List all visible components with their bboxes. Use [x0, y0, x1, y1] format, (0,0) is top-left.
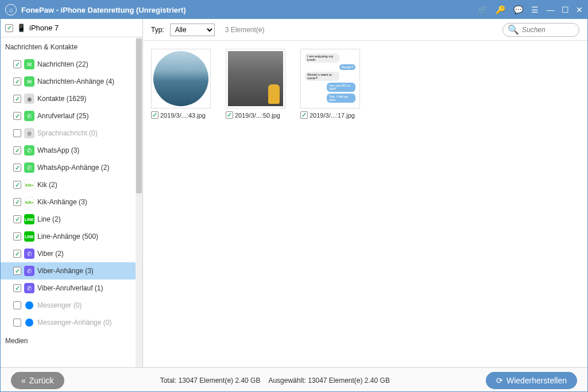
- green-icon: ✆: [24, 145, 34, 156]
- sidebar-item[interactable]: ✆Viber-Anrufverlauf (1): [1, 280, 142, 297]
- home-icon[interactable]: ⌂: [5, 4, 17, 15]
- item-label: Anrufverlauf (25): [37, 112, 88, 120]
- item-label: Viber-Anhänge (3): [37, 267, 94, 275]
- refresh-icon: ⟳: [496, 376, 503, 385]
- msg-icon: [24, 300, 34, 311]
- item-checkbox[interactable]: [13, 129, 21, 137]
- sidebar-item[interactable]: ✆WhatsApp (3): [1, 142, 142, 159]
- key-icon[interactable]: 🔑: [496, 5, 505, 14]
- item-checkbox[interactable]: [13, 319, 21, 327]
- item-checkbox[interactable]: [13, 181, 21, 189]
- item-checkbox[interactable]: [13, 60, 21, 68]
- sidebar-item[interactable]: ⊚Sprachnachricht (0): [1, 125, 142, 142]
- item-label: Kontakte (1629): [37, 95, 86, 103]
- cart-icon[interactable]: 🛒: [478, 5, 488, 14]
- item-label: Kik (2): [37, 181, 57, 189]
- app-title: FonePaw - iPhone Datenrettung (Unregistr…: [21, 6, 478, 14]
- device-checkbox[interactable]: [5, 24, 13, 32]
- total-stat: Total: 13047 Element(e) 2.40 GB: [160, 377, 261, 385]
- item-checkbox[interactable]: [13, 284, 21, 292]
- item-label: Line-Anhänge (500): [37, 232, 98, 240]
- item-label: Messenger (0): [37, 301, 82, 309]
- sidebar: 📱 iPhone 7 Nachrichten & Kontakte ✉Nachr…: [1, 19, 143, 367]
- section-media: Medien: [1, 331, 142, 350]
- close-icon[interactable]: ✕: [576, 5, 583, 14]
- search-input[interactable]: [522, 26, 574, 34]
- sidebar-item[interactable]: ◉Kontakte (1629): [1, 90, 142, 107]
- item-label: Messenger-Anhänge (0): [37, 319, 111, 327]
- item-checkbox[interactable]: [13, 164, 21, 172]
- item-checkbox[interactable]: [13, 146, 21, 154]
- section-messages-contacts: Nachrichten & Kontakte: [1, 37, 142, 56]
- thumb-filename: 2019/3/...:17.jpg: [310, 112, 355, 119]
- sidebar-item[interactable]: LINELine (2): [1, 211, 142, 228]
- sidebar-item[interactable]: ✆Viber-Anhänge (3): [1, 262, 142, 280]
- item-checkbox[interactable]: [13, 215, 21, 223]
- sidebar-item[interactable]: ✆Viber (2): [1, 245, 142, 262]
- type-select[interactable]: Alle: [170, 24, 215, 36]
- sidebar-item[interactable]: LINELine-Anhänge (500): [1, 228, 142, 245]
- scrollbar-track[interactable]: [136, 37, 142, 367]
- recover-button[interactable]: ⟳ Wiederherstellen: [486, 372, 577, 389]
- sidebar-scroll[interactable]: Nachrichten & Kontakte ✉Nachrichten (22)…: [1, 37, 142, 367]
- item-checkbox[interactable]: [13, 232, 21, 240]
- thumbnail-item[interactable]: I am enjoying my lunch Really? Would u w…: [300, 49, 361, 119]
- item-checkbox[interactable]: [13, 198, 21, 206]
- item-checkbox[interactable]: [13, 301, 21, 309]
- green-icon: ✉: [24, 76, 34, 87]
- sidebar-item[interactable]: kik•Kik (2): [1, 176, 142, 193]
- thumbnail-item[interactable]: 2019/3/...:43.jpg: [151, 49, 212, 119]
- item-label: Viber-Anrufverlauf (1): [37, 284, 103, 292]
- item-label: Nachrichten (22): [37, 60, 88, 68]
- back-button[interactable]: « Zurück: [11, 372, 64, 389]
- item-label: Nachrichten-Anhänge (4): [37, 77, 114, 86]
- item-checkbox[interactable]: [13, 267, 21, 275]
- search-box[interactable]: 🔍: [502, 23, 579, 37]
- item-label: Viber (2): [37, 250, 64, 258]
- device-row[interactable]: 📱 iPhone 7: [1, 19, 142, 37]
- grey-icon: ◉: [24, 94, 34, 104]
- thumb-filename: 2019/3/...:50.jpg: [235, 112, 280, 119]
- item-label: Line (2): [37, 215, 61, 223]
- line-icon: LINE: [24, 214, 34, 224]
- sidebar-item[interactable]: Messenger-Anhänge (0): [1, 314, 142, 331]
- item-label: Kik-Anhänge (3): [37, 198, 87, 206]
- scrollbar-thumb[interactable]: [136, 38, 142, 193]
- thumbnail-image[interactable]: [226, 49, 285, 108]
- back-label: Zurück: [29, 376, 54, 385]
- green-icon: ✉: [24, 59, 34, 69]
- titlebar-actions: 🛒 🔑 💬 ☰: [478, 5, 539, 14]
- kik-icon: kik•: [24, 197, 34, 207]
- feedback-icon[interactable]: ☰: [531, 5, 539, 14]
- sidebar-item[interactable]: ✆Anrufverlauf (25): [1, 107, 142, 125]
- item-checkbox[interactable]: [13, 250, 21, 258]
- sidebar-item[interactable]: ✆WhatsApp-Anhänge (2): [1, 159, 142, 176]
- phone-icon: 📱: [17, 24, 26, 32]
- viber-icon: ✆: [24, 266, 34, 276]
- chat-icon[interactable]: 💬: [513, 5, 523, 14]
- sidebar-item[interactable]: ✉Nachrichten-Anhänge (4): [1, 73, 142, 90]
- item-checkbox[interactable]: [13, 112, 21, 120]
- msg-icon: [24, 317, 34, 328]
- phone-icon: ✆: [24, 111, 34, 121]
- sidebar-item[interactable]: Messenger (0): [1, 297, 142, 314]
- thumbnail-image[interactable]: [151, 49, 211, 108]
- content-toolbar: Typ: Alle 3 Element(e) 🔍: [143, 19, 587, 41]
- thumbnail-grid: 2019/3/...:43.jpg 2019/3/...:50.jpg I am…: [143, 41, 587, 367]
- titlebar: ⌂ FonePaw - iPhone Datenrettung (Unregis…: [1, 1, 587, 19]
- content-area: Typ: Alle 3 Element(e) 🔍 2019/3/...:43.j…: [143, 19, 587, 367]
- thumb-checkbox[interactable]: [151, 111, 158, 119]
- recover-label: Wiederherstellen: [506, 376, 567, 385]
- viber-icon: ✆: [24, 249, 34, 259]
- thumbnail-item[interactable]: 2019/3/...:50.jpg: [226, 49, 287, 119]
- thumbnail-image[interactable]: I am enjoying my lunch Really? Would u w…: [300, 49, 360, 108]
- item-checkbox[interactable]: [13, 95, 21, 103]
- sidebar-item[interactable]: ✉Nachrichten (22): [1, 56, 142, 73]
- minimize-icon[interactable]: —: [547, 5, 555, 14]
- item-checkbox[interactable]: [13, 77, 21, 86]
- sidebar-item[interactable]: kik•Kik-Anhänge (3): [1, 193, 142, 211]
- thumb-filename: 2019/3/...:43.jpg: [160, 112, 206, 119]
- thumb-checkbox[interactable]: [226, 111, 233, 119]
- thumb-checkbox[interactable]: [300, 111, 308, 119]
- maximize-icon[interactable]: ☐: [562, 5, 569, 14]
